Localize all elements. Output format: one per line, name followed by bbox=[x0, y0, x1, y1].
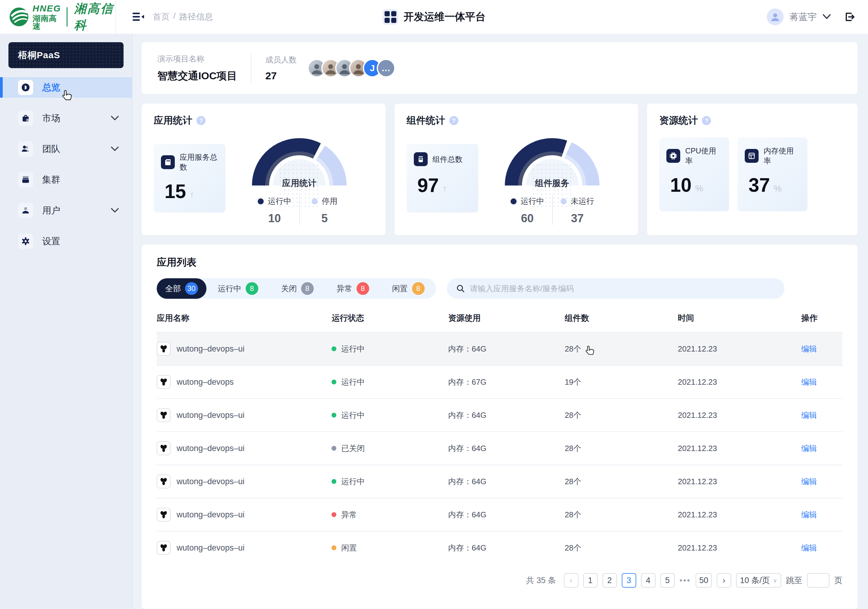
component-total-label: 组件总数 bbox=[432, 154, 463, 164]
edit-link[interactable]: 编辑 bbox=[801, 543, 817, 552]
tab-all[interactable]: 全部 30 bbox=[157, 278, 206, 299]
members-label: 成员人数 bbox=[265, 54, 296, 65]
tab-label: 运行中 bbox=[218, 283, 242, 294]
table-row[interactable]: wutong–devops–ui 已关闭 内存：64G 28个 2021.12.… bbox=[157, 432, 842, 465]
gear-icon bbox=[18, 234, 33, 249]
avatar-overflow[interactable]: … bbox=[377, 59, 395, 78]
tab-idle[interactable]: 闲置 8 bbox=[381, 278, 436, 299]
table-row[interactable]: wutong–devops 运行中 内存：67G 19个 2021.12.23 … bbox=[157, 365, 842, 398]
page-button[interactable]: 2 bbox=[603, 573, 617, 587]
project-name-label: 演示项目名称 bbox=[157, 54, 237, 64]
chevron-down-icon[interactable] bbox=[111, 116, 119, 121]
action-cell: 编辑 bbox=[801, 543, 843, 553]
help-icon[interactable]: ? bbox=[197, 116, 206, 125]
table-row[interactable]: wutong–devops–ui 运行中 内存：64G 28个 2021.12.… bbox=[157, 332, 842, 365]
app-name-cell: wutong–devops–ui bbox=[157, 342, 332, 356]
sidebar-item-user[interactable]: 用户 bbox=[0, 200, 132, 221]
sidebar-item-label: 总览 bbox=[42, 81, 60, 94]
memory-usage-value: 37 bbox=[749, 176, 770, 195]
table-row[interactable]: wutong–devops–ui 异常 内存：64G 28个 2021.12.2… bbox=[157, 498, 842, 531]
page-button[interactable]: 4 bbox=[641, 573, 656, 587]
status-text: 异常 bbox=[341, 510, 357, 520]
last-page-button[interactable]: 50 bbox=[696, 573, 712, 587]
resource-stats-card: 资源统计 ? CPU使用率 10 bbox=[647, 104, 857, 235]
sidebar-item-label: 设置 bbox=[42, 235, 60, 247]
edit-link[interactable]: 编辑 bbox=[801, 378, 817, 387]
sidebar-item-cluster[interactable]: 集群 bbox=[0, 169, 132, 190]
sidebar-item-settings[interactable]: 设置 bbox=[0, 231, 132, 252]
market-icon bbox=[18, 111, 33, 126]
sidebar: 梧桐PaaS 总览 市场 bbox=[0, 34, 133, 609]
chevron-down-icon[interactable] bbox=[823, 14, 831, 20]
sidebar-item-team[interactable]: 团队 bbox=[0, 139, 132, 159]
tab-error[interactable]: 异常 8 bbox=[325, 278, 381, 299]
status-cell: 运行中 bbox=[332, 377, 448, 387]
page-size-value: 10 条/页 bbox=[740, 575, 770, 586]
chevron-down-icon[interactable] bbox=[111, 146, 119, 151]
table-row[interactable]: wutong–devops–ui 闲置 内存：64G 28个 2021.12.2… bbox=[157, 531, 842, 564]
up-arrow-icon: ↑ bbox=[442, 183, 447, 195]
col-components: 组件数 bbox=[565, 313, 678, 323]
legend-value: 5 bbox=[321, 212, 328, 225]
user-name[interactable]: 蒋蓝宇 bbox=[790, 11, 817, 23]
tab-label: 关闭 bbox=[281, 283, 297, 294]
edit-link[interactable]: 编辑 bbox=[801, 444, 817, 453]
tab-label: 异常 bbox=[336, 283, 352, 294]
app-name: wutong–devops–ui bbox=[177, 411, 245, 420]
tab-running[interactable]: 运行中 8 bbox=[206, 278, 270, 299]
edit-link[interactable]: 编辑 bbox=[801, 411, 817, 419]
components-count: 28个 bbox=[565, 543, 581, 553]
edit-link[interactable]: 编辑 bbox=[801, 510, 817, 519]
user-avatar[interactable] bbox=[767, 8, 784, 25]
app-name: wutong–devops–ui bbox=[177, 344, 245, 354]
next-page-button[interactable]: › bbox=[717, 573, 731, 587]
page-button-active[interactable]: 3 bbox=[622, 573, 636, 587]
app-name-cell: wutong–devops–ui bbox=[157, 541, 332, 555]
search-icon bbox=[456, 284, 465, 293]
sidebar-item-market[interactable]: 市场 bbox=[0, 108, 132, 129]
legend-label: 运行中 bbox=[268, 196, 291, 207]
status-dot bbox=[332, 346, 336, 351]
table-row[interactable]: wutong–devops–ui 运行中 内存：64G 28个 2021.12.… bbox=[157, 398, 842, 432]
status-dot bbox=[332, 379, 336, 384]
breadcrumb-home[interactable]: 首页 bbox=[153, 11, 170, 23]
time-cell: 2021.12.23 bbox=[678, 510, 801, 519]
prev-page-button[interactable]: ‹ bbox=[564, 573, 578, 587]
chevron-down-icon[interactable] bbox=[111, 208, 119, 213]
col-action: 操作 bbox=[801, 313, 843, 323]
time-cell: 2021.12.23 bbox=[678, 344, 801, 354]
status-text: 运行中 bbox=[341, 410, 365, 421]
sidebar-item-overview[interactable]: 总览 bbox=[0, 77, 132, 98]
member-avatars[interactable]: J … bbox=[307, 59, 395, 78]
sidebar-collapse-icon[interactable] bbox=[132, 11, 145, 23]
logout-icon[interactable] bbox=[843, 11, 856, 23]
brand-logo-icon bbox=[9, 7, 29, 27]
jump-page-input[interactable] bbox=[807, 573, 829, 587]
resource-cell: 内存：64G bbox=[448, 476, 565, 487]
stats-row: 应用统计 ? 应用服务总数 15 bbox=[142, 104, 857, 235]
sidebar-nav: 总览 市场 团队 bbox=[0, 77, 132, 252]
breadcrumb-separator: / bbox=[173, 11, 176, 23]
page-size-select[interactable]: 10 条/页 ∨ bbox=[736, 573, 781, 587]
brand-subtitle: 湘高信科 bbox=[74, 0, 115, 33]
app-name-cell: wutong–devops–ui bbox=[157, 408, 332, 422]
pagination-ellipsis[interactable]: ••• bbox=[680, 576, 691, 585]
edit-link[interactable]: 编辑 bbox=[801, 344, 817, 353]
memory-usage-panel: 内存使用率 37 % bbox=[738, 137, 808, 211]
search-input[interactable] bbox=[470, 284, 775, 294]
app-table: 应用名称 运行状态 资源使用 组件数 时间 操作 wutong–devops–u… bbox=[157, 304, 842, 564]
status-dot bbox=[332, 413, 336, 418]
breadcrumb-current: 路径信息 bbox=[179, 11, 213, 23]
edit-link[interactable]: 编辑 bbox=[801, 477, 817, 486]
platform-title: 开发运维一体平台 bbox=[383, 9, 485, 25]
page-button[interactable]: 1 bbox=[583, 573, 598, 587]
app-logo-icon bbox=[157, 508, 170, 522]
page-button[interactable]: 5 bbox=[660, 573, 675, 587]
help-icon[interactable]: ? bbox=[450, 116, 459, 125]
tab-closed[interactable]: 关闭 8 bbox=[270, 278, 325, 299]
help-icon[interactable]: ? bbox=[702, 116, 711, 125]
app-logo-icon bbox=[157, 541, 170, 555]
components-count: 28个 bbox=[565, 476, 581, 487]
table-row[interactable]: wutong–devops–ui 运行中 内存：64G 28个 2021.12.… bbox=[157, 465, 842, 498]
memory-usage-unit: % bbox=[773, 183, 782, 195]
